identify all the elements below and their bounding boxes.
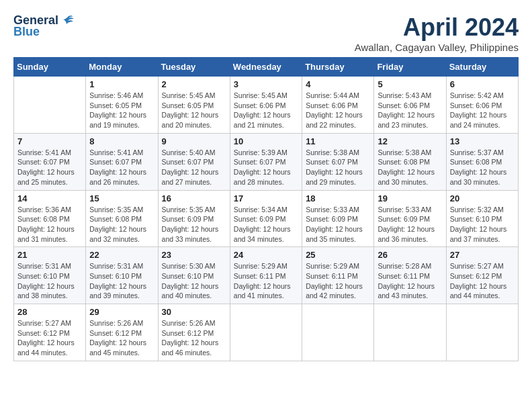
day-info: Sunrise: 5:38 AM Sunset: 6:07 PM Dayligh… [306,148,370,187]
day-info: Sunrise: 5:28 AM Sunset: 6:11 PM Dayligh… [378,261,442,301]
day-number: 12 [378,136,442,146]
day-number: 3 [234,79,298,89]
day-info: Sunrise: 5:30 AM Sunset: 6:10 PM Dayligh… [162,261,226,301]
calendar-day-cell: 4Sunrise: 5:44 AM Sunset: 6:06 PM Daylig… [302,77,374,134]
calendar-week-row: 1Sunrise: 5:46 AM Sunset: 6:05 PM Daylig… [14,77,519,134]
calendar-day-cell: 16Sunrise: 5:35 AM Sunset: 6:09 PM Dayli… [158,190,230,247]
calendar-day-cell: 3Sunrise: 5:45 AM Sunset: 6:06 PM Daylig… [230,77,302,134]
calendar-day-cell: 8Sunrise: 5:41 AM Sunset: 6:07 PM Daylig… [86,133,158,190]
day-info: Sunrise: 5:31 AM Sunset: 6:10 PM Dayligh… [89,261,154,301]
calendar-day-cell: 14Sunrise: 5:36 AM Sunset: 6:08 PM Dayli… [14,190,86,247]
day-info: Sunrise: 5:45 AM Sunset: 6:06 PM Dayligh… [234,91,298,130]
day-info: Sunrise: 5:35 AM Sunset: 6:08 PM Dayligh… [89,205,154,244]
day-number: 20 [450,193,515,203]
day-info: Sunrise: 5:43 AM Sunset: 6:06 PM Dayligh… [378,91,442,130]
day-number: 2 [162,79,226,89]
day-number: 24 [234,250,298,260]
calendar-day-cell: 11Sunrise: 5:38 AM Sunset: 6:07 PM Dayli… [302,133,374,190]
day-info: Sunrise: 5:40 AM Sunset: 6:07 PM Dayligh… [162,148,226,187]
day-info: Sunrise: 5:31 AM Sunset: 6:10 PM Dayligh… [17,261,82,301]
day-number: 14 [17,193,82,203]
calendar-day-cell: 22Sunrise: 5:31 AM Sunset: 6:10 PM Dayli… [86,247,158,304]
calendar-day-cell: 10Sunrise: 5:39 AM Sunset: 6:07 PM Dayli… [230,133,302,190]
calendar-day-cell: 29Sunrise: 5:26 AM Sunset: 6:12 PM Dayli… [86,304,158,361]
day-info: Sunrise: 5:44 AM Sunset: 6:06 PM Dayligh… [306,91,370,130]
header: General Blue April 2024 Awallan, Cagayan… [13,13,519,53]
day-number: 21 [17,250,82,260]
location-subtitle: Awallan, Cagayan Valley, Philippines [355,42,519,53]
title-area: April 2024 Awallan, Cagayan Valley, Phil… [355,13,519,53]
calendar-day-cell: 13Sunrise: 5:37 AM Sunset: 6:08 PM Dayli… [446,133,518,190]
day-info: Sunrise: 5:33 AM Sunset: 6:09 PM Dayligh… [306,205,370,244]
calendar-day-cell: 15Sunrise: 5:35 AM Sunset: 6:08 PM Dayli… [86,190,158,247]
weekday-header-row: SundayMondayTuesdayWednesdayThursdayFrid… [14,58,519,77]
calendar-day-cell: 6Sunrise: 5:42 AM Sunset: 6:06 PM Daylig… [446,77,518,134]
calendar-day-cell: 12Sunrise: 5:38 AM Sunset: 6:08 PM Dayli… [374,133,446,190]
calendar-day-cell: 5Sunrise: 5:43 AM Sunset: 6:06 PM Daylig… [374,77,446,134]
calendar-day-cell [446,304,518,361]
calendar-day-cell [374,304,446,361]
day-number: 25 [306,250,370,260]
day-number: 16 [162,193,226,203]
day-info: Sunrise: 5:36 AM Sunset: 6:08 PM Dayligh… [17,205,82,244]
day-number: 5 [378,79,442,89]
calendar-body: 1Sunrise: 5:46 AM Sunset: 6:05 PM Daylig… [14,77,519,361]
day-info: Sunrise: 5:34 AM Sunset: 6:09 PM Dayligh… [234,205,298,244]
month-title: April 2024 [355,13,519,42]
calendar-day-cell: 27Sunrise: 5:27 AM Sunset: 6:12 PM Dayli… [446,247,518,304]
day-number: 7 [17,136,82,146]
calendar-day-cell: 7Sunrise: 5:41 AM Sunset: 6:07 PM Daylig… [14,133,86,190]
calendar-day-cell: 1Sunrise: 5:46 AM Sunset: 6:05 PM Daylig… [86,77,158,134]
day-info: Sunrise: 5:39 AM Sunset: 6:07 PM Dayligh… [234,148,298,187]
calendar-day-cell: 21Sunrise: 5:31 AM Sunset: 6:10 PM Dayli… [14,247,86,304]
day-number: 26 [378,250,442,260]
day-number: 8 [89,136,154,146]
day-info: Sunrise: 5:29 AM Sunset: 6:11 PM Dayligh… [234,261,298,301]
day-info: Sunrise: 5:41 AM Sunset: 6:07 PM Dayligh… [17,148,82,187]
day-number: 29 [89,307,154,317]
logo: General Blue [13,13,75,39]
day-info: Sunrise: 5:27 AM Sunset: 6:12 PM Dayligh… [450,261,515,301]
calendar-table: SundayMondayTuesdayWednesdayThursdayFrid… [13,57,519,361]
calendar-day-cell: 2Sunrise: 5:45 AM Sunset: 6:05 PM Daylig… [158,77,230,134]
calendar-day-cell: 26Sunrise: 5:28 AM Sunset: 6:11 PM Dayli… [374,247,446,304]
weekday-header-cell: Sunday [14,58,86,77]
day-number: 1 [89,79,154,89]
day-number: 6 [450,79,515,89]
logo-blue-text: Blue [13,25,40,39]
calendar-day-cell: 25Sunrise: 5:29 AM Sunset: 6:11 PM Dayli… [302,247,374,304]
logo-bird-icon [60,15,75,27]
day-number: 30 [162,307,226,317]
day-info: Sunrise: 5:33 AM Sunset: 6:09 PM Dayligh… [378,205,442,244]
calendar-day-cell: 17Sunrise: 5:34 AM Sunset: 6:09 PM Dayli… [230,190,302,247]
calendar-day-cell: 23Sunrise: 5:30 AM Sunset: 6:10 PM Dayli… [158,247,230,304]
day-number: 11 [306,136,370,146]
day-number: 10 [234,136,298,146]
weekday-header-cell: Monday [86,58,158,77]
calendar-week-row: 21Sunrise: 5:31 AM Sunset: 6:10 PM Dayli… [14,247,519,304]
calendar-week-row: 28Sunrise: 5:27 AM Sunset: 6:12 PM Dayli… [14,304,519,361]
calendar-day-cell [14,77,86,134]
day-info: Sunrise: 5:38 AM Sunset: 6:08 PM Dayligh… [378,148,442,187]
calendar-day-cell [302,304,374,361]
day-info: Sunrise: 5:42 AM Sunset: 6:06 PM Dayligh… [450,91,515,130]
calendar-day-cell: 30Sunrise: 5:26 AM Sunset: 6:12 PM Dayli… [158,304,230,361]
day-number: 19 [378,193,442,203]
calendar-day-cell: 24Sunrise: 5:29 AM Sunset: 6:11 PM Dayli… [230,247,302,304]
day-info: Sunrise: 5:26 AM Sunset: 6:12 PM Dayligh… [89,318,154,358]
day-number: 4 [306,79,370,89]
day-number: 13 [450,136,515,146]
day-number: 28 [17,307,82,317]
day-number: 18 [306,193,370,203]
day-number: 15 [89,193,154,203]
day-number: 9 [162,136,226,146]
calendar-day-cell: 9Sunrise: 5:40 AM Sunset: 6:07 PM Daylig… [158,133,230,190]
calendar-week-row: 14Sunrise: 5:36 AM Sunset: 6:08 PM Dayli… [14,190,519,247]
day-number: 17 [234,193,298,203]
day-number: 22 [89,250,154,260]
day-info: Sunrise: 5:37 AM Sunset: 6:08 PM Dayligh… [450,148,515,187]
weekday-header-cell: Tuesday [158,58,230,77]
day-info: Sunrise: 5:45 AM Sunset: 6:05 PM Dayligh… [162,91,226,130]
day-info: Sunrise: 5:32 AM Sunset: 6:10 PM Dayligh… [450,205,515,244]
calendar-day-cell: 28Sunrise: 5:27 AM Sunset: 6:12 PM Dayli… [14,304,86,361]
